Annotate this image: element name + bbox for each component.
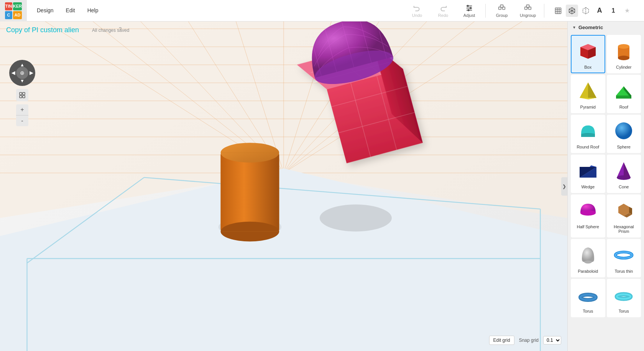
shape-wedge-label: Wedge <box>581 185 595 189</box>
undo-label: Undo <box>412 13 422 18</box>
panel-section-header: Geometric <box>568 21 644 33</box>
shape-hexagonal-prism[interactable]: Hexagonal Prism <box>607 194 641 237</box>
svg-rect-80 <box>23 96 25 98</box>
compass-center: ⊕ <box>16 67 28 79</box>
shape-half-sphere-icon <box>576 198 600 223</box>
svg-marker-101 <box>624 162 631 179</box>
shape-sphere[interactable]: Sphere <box>607 115 641 153</box>
view-flat-button[interactable] <box>552 5 564 17</box>
shape-wedge[interactable]: Wedge <box>571 155 605 193</box>
view-one-button[interactable]: 1 <box>607 5 619 17</box>
svg-point-5 <box>468 9 469 11</box>
shape-cone-icon <box>611 158 636 183</box>
compass-arrow-up: ▲ <box>20 62 25 68</box>
svg-point-4 <box>470 7 472 9</box>
shape-box-label: Box <box>584 65 591 69</box>
shape-torus-blue[interactable]: Torus <box>607 279 641 317</box>
toolbar-separator-1 <box>485 4 486 18</box>
shape-sphere-label: Sphere <box>617 145 631 149</box>
svg-rect-55 <box>221 153 279 232</box>
shape-paraboloid[interactable]: Paraboloid <box>571 239 605 277</box>
view-text-button[interactable]: A <box>593 5 606 17</box>
svg-marker-91 <box>616 96 631 99</box>
zoom-out-button[interactable]: - <box>16 115 28 126</box>
save-status: All changes saved <box>92 28 129 33</box>
shape-cone[interactable]: Cone <box>607 155 641 193</box>
shape-roof-icon <box>611 79 636 103</box>
shape-cylinder-label: Cylinder <box>616 65 631 69</box>
view-3d-button[interactable] <box>566 5 578 17</box>
ungroup-button[interactable]: Ungroup <box>516 2 539 19</box>
nav-design[interactable]: Design <box>31 0 60 21</box>
shape-paraboloid-label: Paraboloid <box>578 269 598 274</box>
shape-box[interactable]: Box <box>571 35 605 73</box>
panel-collapse-toggle[interactable]: ❯ <box>561 177 567 196</box>
svg-rect-94 <box>581 134 595 137</box>
compass-control[interactable]: ▲ ▼ ◀ ▶ ⊕ <box>9 60 35 86</box>
nav-edit[interactable]: Edit <box>60 0 81 21</box>
shape-pyramid-icon <box>576 79 600 103</box>
compass-arrow-right: ▶ <box>30 70 33 76</box>
compass-arrow-left: ◀ <box>12 70 15 76</box>
toolbar-separator-2 <box>544 4 544 18</box>
shape-pyramid-label: Pyramid <box>580 105 596 109</box>
fit-view-button[interactable] <box>16 89 28 101</box>
shape-pyramid[interactable]: Pyramid <box>571 75 605 113</box>
shape-round-roof[interactable]: Round Roof <box>571 115 605 153</box>
edit-grid-button[interactable]: Edit grid <box>489 336 514 345</box>
shape-cylinder-icon <box>611 39 636 63</box>
adjust-label: Adjust <box>463 13 475 18</box>
snap-grid-select[interactable]: 0.1 0.5 1 <box>543 336 561 344</box>
help-button[interactable]: ? <box>119 26 122 32</box>
redo-button[interactable]: Redo <box>432 2 455 19</box>
svg-rect-78 <box>23 92 25 95</box>
cylinder-object[interactable] <box>221 143 279 241</box>
snap-grid-label: Snap grid <box>519 338 539 343</box>
shape-torus-blue-label: Torus <box>619 309 629 313</box>
adjust-button[interactable]: Adjust <box>458 2 481 19</box>
zoom-in-button[interactable]: + <box>16 104 28 115</box>
canvas-area[interactable]: Copy of PI custom alien All changes save… <box>0 21 567 351</box>
nav-help[interactable]: Help <box>81 0 105 21</box>
topbar: TIN KER C AD Design Edit Help Undo Redo <box>0 0 644 21</box>
bottom-controls: Edit grid Snap grid 0.1 0.5 1 <box>489 336 561 345</box>
ungroup-label: Ungroup <box>520 13 536 18</box>
shape-roof[interactable]: Roof <box>607 75 641 113</box>
shape-half-sphere[interactable]: Half Sphere <box>571 194 605 237</box>
logo-ad: AD <box>13 11 22 19</box>
shape-round-roof-icon <box>576 119 600 143</box>
redo-label: Redo <box>438 13 448 18</box>
logo-c: C <box>5 11 12 19</box>
shape-torus-thin[interactable]: Torus thin <box>607 239 641 277</box>
shape-box-icon <box>576 39 600 63</box>
group-button[interactable]: Group <box>490 2 513 19</box>
svg-rect-13 <box>555 8 561 13</box>
shape-half-sphere-label: Half Sphere <box>577 224 599 229</box>
compass-arrow-down: ▼ <box>20 78 25 84</box>
navigation-controls: ▲ ▼ ◀ ▶ ⊕ + - <box>9 60 35 126</box>
svg-rect-77 <box>20 92 22 95</box>
panel-section-label: Geometric <box>578 25 603 30</box>
svg-point-95 <box>615 122 632 139</box>
svg-marker-90 <box>580 98 596 99</box>
shape-sphere-icon <box>611 119 636 143</box>
svg-point-53 <box>320 204 392 231</box>
logo[interactable]: TIN KER C AD <box>0 0 27 21</box>
shape-hexagonal-prism-label: Hexagonal Prism <box>609 224 639 234</box>
shape-cylinder[interactable]: Cylinder <box>607 35 641 73</box>
svg-marker-89 <box>588 82 596 99</box>
toolbar: Undo Redo Adjust <box>406 2 636 19</box>
svg-point-102 <box>580 210 596 216</box>
view-star-button[interactable]: ★ <box>621 5 633 17</box>
right-panel: Geometric Box <box>567 21 644 351</box>
view-wireframe-button[interactable] <box>580 5 592 17</box>
main: Copy of PI custom alien All changes save… <box>0 21 644 351</box>
svg-rect-79 <box>20 96 22 98</box>
shape-cone-label: Cone <box>619 185 629 189</box>
nav-menu: Design Edit Help <box>31 0 105 21</box>
undo-button[interactable]: Undo <box>406 2 429 19</box>
shape-torus[interactable]: Torus <box>571 279 605 317</box>
group-label: Group <box>496 13 508 18</box>
svg-point-87 <box>618 56 629 60</box>
zoom-controls: + - <box>16 104 28 126</box>
